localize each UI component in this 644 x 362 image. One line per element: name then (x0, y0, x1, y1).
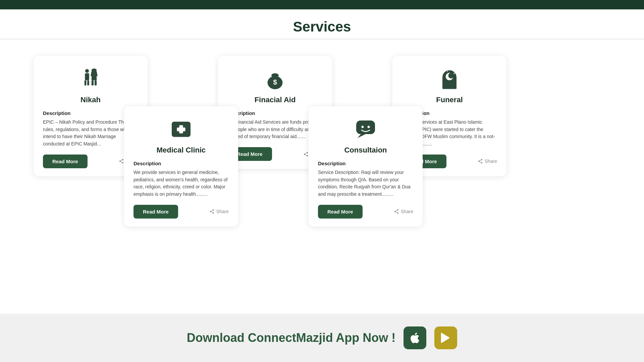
apple-store-button[interactable] (404, 326, 426, 349)
svg-point-0 (85, 69, 89, 73)
consultation-desc-text: Service Description: Raqi will review yo… (318, 169, 413, 198)
top-bar (0, 0, 644, 9)
financial-card-name: Finacial Aid (227, 96, 323, 104)
apple-icon (409, 331, 421, 344)
share-icon (209, 209, 215, 214)
consultation-read-more-button[interactable]: Read More (318, 205, 363, 219)
services-section: Nikah Description EPIC – Nikah Policy an… (0, 39, 644, 314)
svg-rect-8 (95, 80, 97, 85)
svg-text:$: $ (273, 78, 277, 86)
consultation-share-button[interactable]: Share (394, 209, 413, 214)
share-icon (303, 152, 309, 157)
nikah-icon (43, 67, 138, 90)
svg-rect-2 (85, 80, 87, 85)
medical-icon (133, 117, 229, 140)
svg-point-17 (361, 126, 364, 128)
funeral-share-button[interactable]: Share (478, 159, 497, 164)
svg-point-18 (368, 126, 370, 128)
consultation-card-name: Consultaion (318, 146, 413, 155)
nikah-read-more-button[interactable]: Read More (43, 155, 88, 168)
medical-desc-text: We provide services in general medicine,… (133, 169, 229, 198)
page-header: Services (0, 9, 644, 39)
cards-container: Nikah Description EPIC – Nikah Policy an… (20, 56, 624, 244)
svg-rect-1 (85, 73, 89, 80)
share-icon (119, 159, 124, 164)
svg-rect-11 (177, 128, 185, 131)
medical-share-label: Share (216, 209, 229, 214)
svg-rect-6 (92, 76, 97, 80)
svg-rect-3 (87, 80, 89, 85)
funeral-icon (402, 67, 497, 90)
medical-share-button[interactable]: Share (209, 209, 229, 214)
funeral-share-label: Share (485, 159, 497, 164)
medical-card-actions: Read More Share (133, 205, 229, 219)
card-consultation: Consultaion Description Service Descript… (309, 106, 423, 227)
medical-read-more-button[interactable]: Read More (133, 205, 178, 219)
card-medical: Medical Clinic Description We provide se… (124, 106, 238, 227)
funeral-card-name: Funeral (402, 96, 497, 104)
consultation-desc-label: Description (318, 161, 413, 166)
play-icon (439, 331, 452, 344)
svg-rect-15 (356, 121, 375, 134)
footer: Download ConnectMazjid App Now ! (0, 314, 644, 362)
consultation-share-label: Share (401, 209, 413, 214)
page-title: Services (0, 19, 644, 35)
financial-icon: $ (227, 67, 323, 90)
google-play-button[interactable] (434, 326, 457, 349)
consultation-icon (318, 117, 413, 140)
svg-marker-16 (358, 134, 366, 138)
share-icon (394, 209, 399, 214)
svg-rect-7 (92, 80, 94, 85)
share-icon (478, 159, 483, 164)
nikah-card-name: Nikah (43, 96, 138, 104)
svg-point-13 (272, 74, 278, 78)
consultation-card-actions: Read More Share (318, 205, 413, 219)
download-text: Download ConnectMazjid App Now ! (187, 331, 396, 345)
medical-desc-label: Description (133, 161, 229, 166)
medical-card-name: Medical Clinic (133, 146, 229, 155)
svg-point-22 (448, 73, 454, 78)
